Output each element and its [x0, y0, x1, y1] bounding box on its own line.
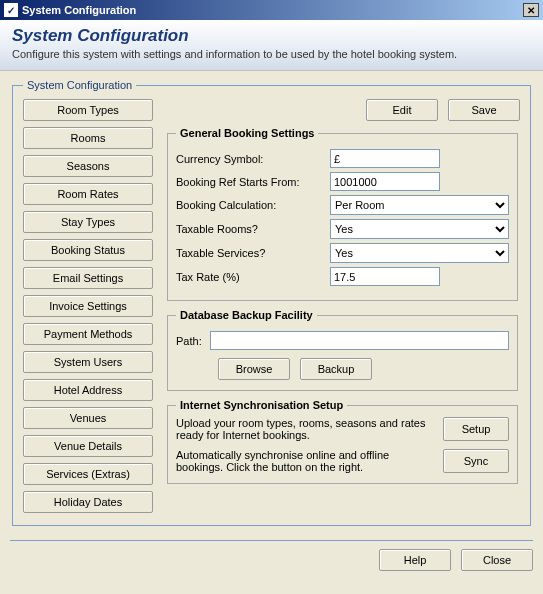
- page-subtitle: Configure this system with settings and …: [12, 48, 531, 60]
- taxable-rooms-select[interactable]: Yes: [330, 219, 509, 239]
- content: System Configuration Room Types Rooms Se…: [0, 71, 543, 534]
- help-button[interactable]: Help: [379, 549, 451, 571]
- nav-payment-methods[interactable]: Payment Methods: [23, 323, 153, 345]
- taxable-rooms-label: Taxable Rooms?: [176, 223, 324, 235]
- edit-button[interactable]: Edit: [366, 99, 438, 121]
- system-config-legend: System Configuration: [23, 79, 136, 91]
- currency-label: Currency Symbol:: [176, 153, 324, 165]
- tax-rate-input[interactable]: [330, 267, 440, 286]
- booking-calc-select[interactable]: Per Room: [330, 195, 509, 215]
- sync-legend: Internet Synchronisation Setup: [176, 399, 347, 411]
- booking-ref-label: Booking Ref Starts From:: [176, 176, 324, 188]
- general-settings-fieldset: General Booking Settings Currency Symbol…: [167, 127, 518, 301]
- sync-fieldset: Internet Synchronisation Setup Upload yo…: [167, 399, 518, 484]
- nav-room-types[interactable]: Room Types: [23, 99, 153, 121]
- bottom-bar: Help Close: [10, 540, 533, 571]
- nav-sidebar: Room Types Rooms Seasons Room Rates Stay…: [23, 99, 153, 513]
- nav-holiday-dates[interactable]: Holiday Dates: [23, 491, 153, 513]
- window-title: System Configuration: [22, 4, 136, 16]
- nav-seasons[interactable]: Seasons: [23, 155, 153, 177]
- titlebar: ✓ System Configuration ✕: [0, 0, 543, 20]
- backup-button[interactable]: Backup: [300, 358, 372, 380]
- nav-venues[interactable]: Venues: [23, 407, 153, 429]
- close-button[interactable]: Close: [461, 549, 533, 571]
- nav-invoice-settings[interactable]: Invoice Settings: [23, 295, 153, 317]
- header: System Configuration Configure this syst…: [0, 20, 543, 71]
- setup-button[interactable]: Setup: [443, 417, 509, 441]
- save-button[interactable]: Save: [448, 99, 520, 121]
- right-panel: Edit Save General Booking Settings Curre…: [165, 99, 520, 513]
- backup-legend: Database Backup Facility: [176, 309, 317, 321]
- currency-input[interactable]: [330, 149, 440, 168]
- backup-fieldset: Database Backup Facility Path: Browse Ba…: [167, 309, 518, 391]
- sync-button[interactable]: Sync: [443, 449, 509, 473]
- app-icon: ✓: [4, 3, 18, 17]
- backup-path-label: Path:: [176, 335, 202, 347]
- booking-calc-label: Booking Calculation:: [176, 199, 324, 211]
- nav-system-users[interactable]: System Users: [23, 351, 153, 373]
- taxable-services-select[interactable]: Yes: [330, 243, 509, 263]
- nav-booking-status[interactable]: Booking Status: [23, 239, 153, 261]
- nav-venue-details[interactable]: Venue Details: [23, 435, 153, 457]
- taxable-services-label: Taxable Services?: [176, 247, 324, 259]
- nav-hotel-address[interactable]: Hotel Address: [23, 379, 153, 401]
- page-title: System Configuration: [12, 26, 531, 46]
- sync-sync-text: Automatically synchronise online and off…: [176, 449, 433, 473]
- nav-stay-types[interactable]: Stay Types: [23, 211, 153, 233]
- backup-path-input[interactable]: [210, 331, 509, 350]
- nav-email-settings[interactable]: Email Settings: [23, 267, 153, 289]
- close-icon[interactable]: ✕: [523, 3, 539, 17]
- browse-button[interactable]: Browse: [218, 358, 290, 380]
- nav-services-extras[interactable]: Services (Extras): [23, 463, 153, 485]
- system-config-fieldset: System Configuration Room Types Rooms Se…: [12, 79, 531, 526]
- general-settings-legend: General Booking Settings: [176, 127, 318, 139]
- sync-setup-text: Upload your room types, rooms, seasons a…: [176, 417, 433, 441]
- tax-rate-label: Tax Rate (%): [176, 271, 324, 283]
- top-actions: Edit Save: [165, 99, 520, 121]
- nav-room-rates[interactable]: Room Rates: [23, 183, 153, 205]
- booking-ref-input[interactable]: [330, 172, 440, 191]
- nav-rooms[interactable]: Rooms: [23, 127, 153, 149]
